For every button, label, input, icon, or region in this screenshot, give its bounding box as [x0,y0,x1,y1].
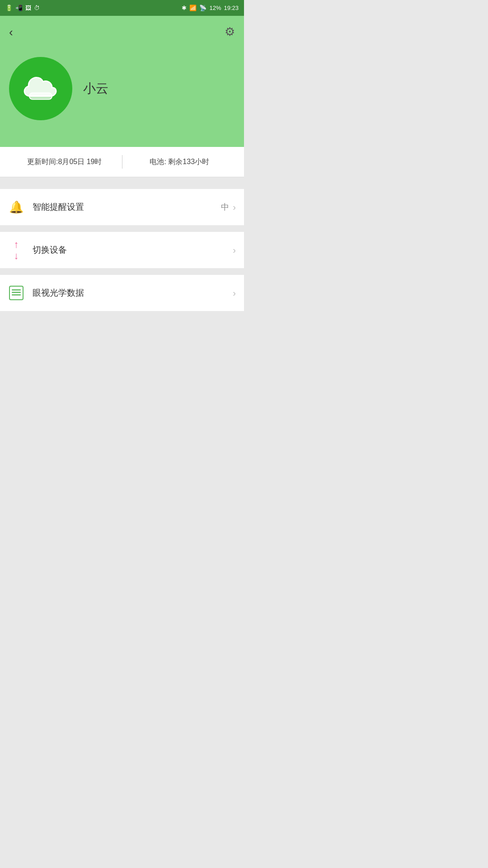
menu-section: 🔔 智能提醒设置 中 › ↑ ↓ 切换设备 › 眼视光 [0,189,244,311]
svg-rect-2 [12,289,21,291]
switch-device-item[interactable]: ↑ ↓ 切换设备 › [0,232,244,269]
switch-arrows-icon: ↑ ↓ [14,240,19,261]
sim-icon: 📲 [15,5,23,11]
device-name-label: 小云 [83,80,108,97]
status-left-icons: 🔋 📲 🖼 ⏱ [5,5,40,11]
svg-rect-4 [12,294,21,296]
smart-reminder-label: 智能提醒设置 [33,201,221,213]
hero-section: ‹ ⚙ 小云 [0,16,244,147]
back-button[interactable]: ‹ [9,26,13,38]
image-icon: 🖼 [25,5,31,11]
update-time: 更新时间:8月05日 19时 [7,157,122,167]
hero-topbar: ‹ ⚙ [9,25,235,39]
info-bar: 更新时间:8月05日 19时 电池: 剩余133小时 [0,147,244,177]
clock: 19:23 [224,5,239,11]
bluetooth-icon: ✱ [182,5,187,11]
svg-rect-3 [12,292,21,293]
bell-icon: 🔔 [9,200,23,214]
bottom-filler [0,311,244,447]
section-gap-2 [0,226,244,232]
list-lines-icon [9,286,23,300]
smart-reminder-arrow: › [233,202,236,212]
signal-icon: 📡 [199,5,206,11]
switch-device-arrow: › [233,245,236,255]
settings-button[interactable]: ⚙ [225,25,235,39]
eye-optics-arrow: › [233,288,236,298]
battery-status-icon: 🔋 [5,5,13,11]
bell-icon-container: 🔔 [8,199,24,215]
status-right-info: ✱ 📶 📡 12% 19:23 [182,5,239,11]
switch-icon-container: ↑ ↓ [8,242,24,258]
device-avatar [9,57,72,120]
battery-percent: 12% [209,5,221,11]
section-gap-1 [0,177,244,184]
section-gap-3 [0,269,244,275]
status-bar: 🔋 📲 🖼 ⏱ ✱ 📶 📡 12% 19:23 [0,0,244,16]
wifi-icon: 📶 [189,5,197,11]
switch-device-label: 切换设备 [33,244,233,256]
smart-reminder-value: 中 [221,202,229,212]
list-icon-container [8,285,24,301]
smart-reminder-item[interactable]: 🔔 智能提醒设置 中 › [0,189,244,226]
hero-profile: 小云 [9,57,235,120]
eye-optics-item[interactable]: 眼视光学数据 › [0,275,244,311]
time-icon: ⏱ [34,5,40,11]
cloud-icon [20,73,61,104]
battery-remaining: 电池: 剩余133小时 [122,157,237,167]
eye-optics-label: 眼视光学数据 [33,287,233,299]
